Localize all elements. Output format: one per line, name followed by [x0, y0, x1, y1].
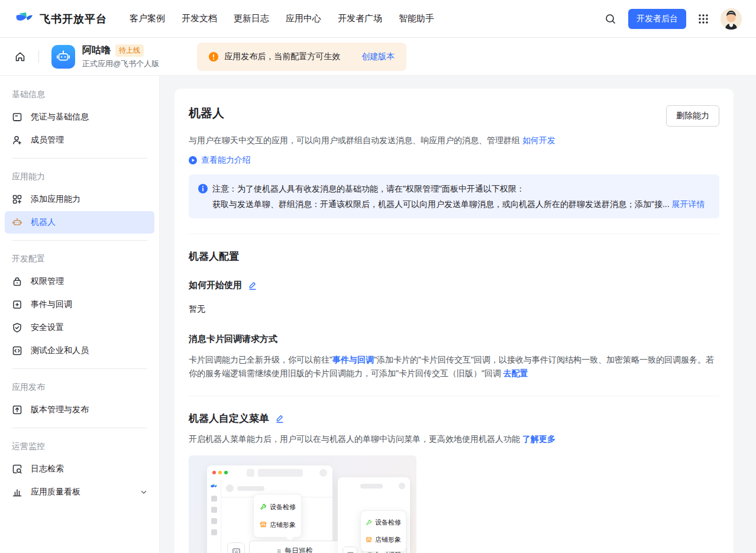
- chevron-down-icon[interactable]: [140, 489, 147, 496]
- bar-chart-icon: [12, 487, 22, 497]
- wrench-icon: [366, 519, 372, 526]
- square-plus-icon: [12, 299, 22, 310]
- sidebar-item-security[interactable]: 安全设置: [5, 316, 154, 339]
- custom-menu-title: 机器人自定义菜单: [189, 412, 269, 425]
- code-icon: [12, 345, 22, 356]
- sidebar-item-add-capability[interactable]: 添加应用能力: [5, 188, 154, 211]
- sidebar-placeholder: [211, 529, 217, 535]
- events-callbacks-link[interactable]: 事件与回调: [332, 355, 374, 364]
- sidebar-item-label: 日志检索: [31, 464, 64, 474]
- sidebar-divider: [12, 428, 147, 428]
- bot-capability-card: 机器人 删除能力 与用户在聊天中交互的应用，可以向用户或群组自动发送消息、响应用…: [175, 89, 734, 553]
- traffic-light-red: [212, 471, 216, 474]
- menu-preview-illustration: 设备检修: [189, 455, 416, 553]
- shield-check-icon: [12, 322, 22, 333]
- grid-plus-icon: [12, 194, 22, 205]
- wrench-icon: [260, 503, 267, 510]
- notice-line1: 注意：为了使机器人具有收发消息的基础功能，请在"权限管理"面板中开通以下权限：: [212, 181, 525, 196]
- sidebar-item-log-search[interactable]: 日志检索: [5, 458, 154, 480]
- apps-grid-icon[interactable]: [698, 14, 709, 24]
- sidebar-divider: [12, 158, 147, 159]
- nav-item-docs[interactable]: 开发文档: [182, 13, 217, 24]
- nav-item-changelog[interactable]: 更新日志: [234, 13, 269, 24]
- sidebar-item-label: 机器人: [31, 217, 56, 228]
- sidebar-item-permissions[interactable]: 权限管理: [5, 270, 154, 293]
- sidebar-item-test-company[interactable]: 测试企业和人员: [5, 339, 154, 362]
- shop-icon: [260, 521, 267, 528]
- main-content: 机器人 删除能力 与用户在聊天中交互的应用，可以向用户或群组自动发送消息、响应用…: [160, 76, 756, 553]
- sidebar-item-label: 添加应用能力: [31, 194, 80, 205]
- learn-more-link[interactable]: 了解更多: [522, 434, 555, 444]
- expand-details-link[interactable]: 展开详情: [672, 199, 705, 209]
- edit-icon[interactable]: [248, 281, 257, 290]
- sidebar-item-credentials[interactable]: 凭证与基础信息: [5, 106, 154, 128]
- bot-menu-popup: 设备检修: [253, 494, 302, 538]
- nav-item-ai-assistant[interactable]: 智能助手: [399, 13, 434, 24]
- publish-notice-text: 应用发布后，当前配置方可生效: [224, 51, 340, 62]
- nav-item-app-center[interactable]: 应用中心: [286, 13, 321, 24]
- feishu-mini-logo-icon: [210, 483, 218, 490]
- create-version-link[interactable]: 创建版本: [361, 51, 395, 62]
- popup-tail: [377, 548, 386, 553]
- how-to-start-label: 如何开始使用: [189, 280, 242, 291]
- sidebar: 基础信息 凭证与基础信息 成员管理: [0, 76, 160, 553]
- hamburger-icon: ≡: [277, 548, 281, 553]
- developer-console-button[interactable]: 开发者后台: [628, 9, 686, 29]
- mobile-avatar-placeholder: [399, 483, 405, 489]
- info-icon: [198, 184, 208, 193]
- sidebar-group-release: 应用发布: [0, 376, 159, 398]
- sidebar-item-version-release[interactable]: 版本管理与发布: [5, 399, 154, 421]
- sidebar-item-label: 应用质量看板: [31, 487, 80, 497]
- nav-menu: 客户案例 开发文档 更新日志 应用中心 开发者广场 智能助手: [130, 13, 434, 24]
- sidebar-item-label: 凭证与基础信息: [31, 112, 89, 122]
- sidebar-item-bot[interactable]: 机器人: [5, 211, 154, 234]
- search-icon[interactable]: [605, 13, 616, 25]
- sidebar-placeholder: [211, 507, 217, 513]
- section-divider: [189, 234, 719, 234]
- menu-item-device-repair: 设备检修: [366, 518, 401, 527]
- sidebar-item-events-callbacks[interactable]: 事件与回调: [5, 293, 154, 316]
- sidebar-placeholder: [211, 496, 217, 502]
- sidebar-item-label: 安全设置: [31, 322, 64, 333]
- nav-item-dev-square[interactable]: 开发者广场: [338, 13, 382, 24]
- top-navbar: 飞书开放平台 客户案例 开发文档 更新日志 应用中心 开发者广场 智能助手 开发…: [0, 0, 756, 38]
- sidebar-item-label: 版本管理与发布: [31, 405, 89, 415]
- chat-title-placeholder: [237, 486, 264, 491]
- publish-notice-banner: 应用发布后，当前配置方可生效 创建版本: [197, 43, 406, 71]
- edit-icon[interactable]: [275, 414, 285, 423]
- permission-notice-banner: 注意：为了使机器人具有收发消息的基础功能，请在"权限管理"面板中开通以下权限： …: [189, 174, 719, 218]
- app-subtitle: 正式应用@飞书个人版: [82, 59, 159, 69]
- user-avatar[interactable]: [721, 8, 742, 30]
- keyboard-icon: [343, 546, 358, 553]
- log-search-icon: [12, 464, 22, 474]
- titlebar-searchbar-placeholder: [258, 469, 303, 477]
- capability-intro-link[interactable]: 查看能力介绍: [189, 155, 251, 166]
- feishu-logo-icon: [14, 10, 34, 28]
- nav-item-cases[interactable]: 客户案例: [130, 13, 165, 24]
- sidebar-divider: [12, 240, 147, 241]
- sidebar-item-members[interactable]: 成员管理: [5, 129, 154, 151]
- app-header: 阿咕噜 待上线 正式应用@飞书个人版 应用发布后，当前配置方可生效 创建版本: [0, 38, 756, 76]
- feishu-logo[interactable]: 飞书开放平台: [14, 10, 107, 28]
- section-divider: [189, 396, 719, 396]
- sidebar-item-label: 事件与回调: [31, 299, 72, 310]
- sidebar-item-label: 权限管理: [31, 276, 64, 287]
- go-configure-link[interactable]: 去配置: [503, 368, 528, 378]
- bot-menu-popup-mobile: 设备检修 店铺形象: [360, 510, 406, 552]
- how-to-develop-link[interactable]: 如何开发: [522, 135, 555, 145]
- home-icon[interactable]: [14, 51, 26, 63]
- card-callback-title: 消息卡片回调请求方式: [189, 334, 719, 345]
- menu-item-shop-image: 店铺形象: [366, 535, 401, 544]
- mobile-mockup: 设备检修 店铺形象: [338, 477, 410, 553]
- custom-menu-description: 开启机器人菜单能力后，用户可以在与机器人的单聊中访问菜单，更高效地使用机器人功能: [189, 434, 520, 444]
- app-avatar: [51, 45, 75, 69]
- play-icon: [189, 156, 197, 164]
- titlebar-avatar-placeholder: [319, 469, 327, 477]
- sidebar-divider: [12, 368, 147, 369]
- traffic-light-yellow: [218, 471, 222, 474]
- page-title: 机器人: [189, 105, 224, 121]
- warning-icon: [209, 52, 218, 62]
- sidebar-group-basic-info: 基础信息: [0, 83, 159, 105]
- delete-capability-button[interactable]: 删除能力: [666, 105, 719, 127]
- sidebar-item-quality-dashboard[interactable]: 应用质量看板: [5, 481, 154, 503]
